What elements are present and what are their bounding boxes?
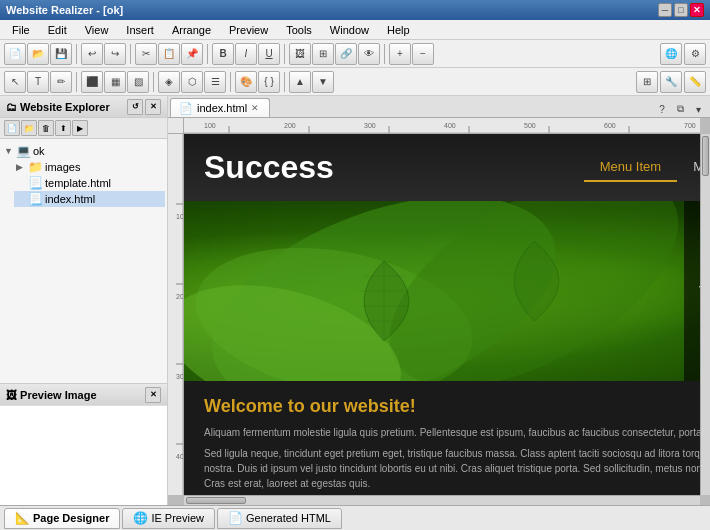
menu-help[interactable]: Help bbox=[379, 22, 418, 38]
close-button[interactable]: ✕ bbox=[690, 3, 704, 17]
help-icon[interactable]: ? bbox=[654, 101, 670, 117]
paste-button[interactable]: 📌 bbox=[181, 43, 203, 65]
menu-edit[interactable]: Edit bbox=[40, 22, 75, 38]
scroll-thumb-vertical[interactable] bbox=[702, 136, 709, 176]
page-designer-label: Page Designer bbox=[33, 512, 109, 524]
scroll-thumb-horizontal[interactable] bbox=[186, 497, 246, 504]
zoom-out-button[interactable]: − bbox=[412, 43, 434, 65]
html-file-icon-2: 📃 bbox=[28, 192, 43, 206]
component-button[interactable]: ◈ bbox=[158, 71, 180, 93]
redo-button[interactable]: ↪ bbox=[104, 43, 126, 65]
main-layout: 🗂 Website Explorer ↺ ✕ 📄 📁 🗑 ⬆ ▶ ▼ 💻 ok bbox=[0, 96, 710, 505]
script-button[interactable]: { } bbox=[258, 71, 280, 93]
link-button[interactable]: 🔗 bbox=[335, 43, 357, 65]
bottom-tab-page-designer[interactable]: 📐 Page Designer bbox=[4, 508, 120, 529]
minimize-button[interactable]: ─ bbox=[658, 3, 672, 17]
menu-bar: File Edit View Insert Arrange Preview To… bbox=[0, 20, 710, 40]
site-main-heading: Welcome to our website! bbox=[204, 396, 700, 417]
explorer-icon: 🗂 bbox=[6, 101, 17, 113]
form-button[interactable]: ☰ bbox=[204, 71, 226, 93]
layer-down-button[interactable]: ▼ bbox=[312, 71, 334, 93]
tree-item-index[interactable]: 📃 index.html bbox=[14, 191, 165, 207]
align-right-button[interactable]: ▧ bbox=[127, 71, 149, 93]
tree-level-1: ▶ 📁 images 📃 template.html 📃 index.html bbox=[2, 159, 165, 207]
menu-tools[interactable]: Tools bbox=[278, 22, 320, 38]
site-logo: Success bbox=[204, 149, 334, 186]
zoom-in-button[interactable]: + bbox=[389, 43, 411, 65]
grid-button[interactable]: ⊞ bbox=[636, 71, 658, 93]
italic-button[interactable]: I bbox=[235, 43, 257, 65]
svg-text:600: 600 bbox=[604, 122, 616, 129]
menu-insert[interactable]: Insert bbox=[118, 22, 162, 38]
leaf-svg bbox=[184, 201, 700, 381]
draw-button[interactable]: ✏ bbox=[50, 71, 72, 93]
svg-text:300: 300 bbox=[364, 122, 376, 129]
scrollbar-vertical[interactable] bbox=[700, 134, 710, 495]
bottom-tab-ie-preview[interactable]: 🌐 IE Preview bbox=[122, 508, 215, 529]
save-button[interactable]: 💾 bbox=[50, 43, 72, 65]
maximize-button[interactable]: □ bbox=[674, 3, 688, 17]
tree-item-images[interactable]: ▶ 📁 images bbox=[14, 159, 165, 175]
explorer-delete-button[interactable]: 🗑 bbox=[38, 120, 54, 136]
nav-item-2[interactable]: Menu Item bbox=[677, 153, 700, 182]
tab-arrow-icon[interactable]: ▾ bbox=[690, 101, 706, 117]
explorer-folder-button[interactable]: 📁 bbox=[21, 120, 37, 136]
image-button[interactable]: 🖼 bbox=[289, 43, 311, 65]
nav-item-1[interactable]: Menu Item bbox=[584, 153, 677, 182]
website-preview: Success Menu Item Menu Item Menu Item bbox=[184, 134, 700, 495]
snap-button[interactable]: 🔧 bbox=[660, 71, 682, 93]
explorer-close-button[interactable]: ✕ bbox=[145, 99, 161, 115]
separator-9 bbox=[284, 72, 285, 92]
tree-item-root[interactable]: ▼ 💻 ok bbox=[2, 143, 165, 159]
bold-button[interactable]: B bbox=[212, 43, 234, 65]
align-left-button[interactable]: ⬛ bbox=[81, 71, 103, 93]
svg-text:700: 700 bbox=[684, 122, 696, 129]
explorer-up-button[interactable]: ⬆ bbox=[55, 120, 71, 136]
ruler-vertical: 100 200 300 400 500 bbox=[168, 134, 184, 495]
open-button[interactable]: 📂 bbox=[27, 43, 49, 65]
publish-button[interactable]: 🌐 bbox=[660, 43, 682, 65]
text-button[interactable]: T bbox=[27, 71, 49, 93]
style-button[interactable]: 🎨 bbox=[235, 71, 257, 93]
site-paragraph-2: Sed ligula neque, tincidunt eget pretium… bbox=[204, 446, 700, 491]
generated-html-label: Generated HTML bbox=[246, 512, 331, 524]
widget-button[interactable]: ⬡ bbox=[181, 71, 203, 93]
window-controls: ─ □ ✕ bbox=[658, 3, 704, 17]
select-button[interactable]: ↖ bbox=[4, 71, 26, 93]
scrollbar-horizontal[interactable] bbox=[184, 495, 700, 505]
tab-index-html[interactable]: 📄 index.html ✕ bbox=[170, 98, 270, 117]
layer-up-button[interactable]: ▲ bbox=[289, 71, 311, 93]
bottom-tab-generated-html[interactable]: 📄 Generated HTML bbox=[217, 508, 342, 529]
settings-button[interactable]: ⚙ bbox=[684, 43, 706, 65]
underline-button[interactable]: U bbox=[258, 43, 280, 65]
svg-text:200: 200 bbox=[284, 122, 296, 129]
site-nav: Menu Item Menu Item Menu Item bbox=[584, 153, 700, 182]
explorer-refresh-button[interactable]: ↺ bbox=[127, 99, 143, 115]
undo-button[interactable]: ↩ bbox=[81, 43, 103, 65]
table-button[interactable]: ⊞ bbox=[312, 43, 334, 65]
separator-2 bbox=[130, 44, 131, 64]
tree-item-template[interactable]: 📃 template.html bbox=[14, 175, 165, 191]
separator-6 bbox=[76, 72, 77, 92]
menu-window[interactable]: Window bbox=[322, 22, 377, 38]
menu-file[interactable]: File bbox=[4, 22, 38, 38]
canvas-scroll-area[interactable]: Success Menu Item Menu Item Menu Item bbox=[184, 134, 700, 495]
menu-preview[interactable]: Preview bbox=[221, 22, 276, 38]
align-center-button[interactable]: ▦ bbox=[104, 71, 126, 93]
svg-text:100: 100 bbox=[176, 213, 184, 220]
guide-button[interactable]: 📏 bbox=[684, 71, 706, 93]
cut-button[interactable]: ✂ bbox=[135, 43, 157, 65]
explorer-new-button[interactable]: 📄 bbox=[4, 120, 20, 136]
menu-view[interactable]: View bbox=[77, 22, 117, 38]
restore-icon[interactable]: ⧉ bbox=[672, 101, 688, 117]
menu-arrange[interactable]: Arrange bbox=[164, 22, 219, 38]
new-button[interactable]: 📄 bbox=[4, 43, 26, 65]
explorer-open-button[interactable]: ▶ bbox=[72, 120, 88, 136]
site-main-content: Welcome to our website! Aliquam fermentu… bbox=[184, 381, 700, 495]
explorer-toolbar: 📄 📁 🗑 ⬆ ▶ bbox=[0, 118, 167, 139]
ruler-horizontal: 100 200 300 400 500 600 700 bbox=[184, 118, 700, 134]
copy-button[interactable]: 📋 bbox=[158, 43, 180, 65]
preview-button[interactable]: 👁 bbox=[358, 43, 380, 65]
preview-close-button[interactable]: ✕ bbox=[145, 387, 161, 403]
tab-close-button[interactable]: ✕ bbox=[251, 103, 259, 113]
